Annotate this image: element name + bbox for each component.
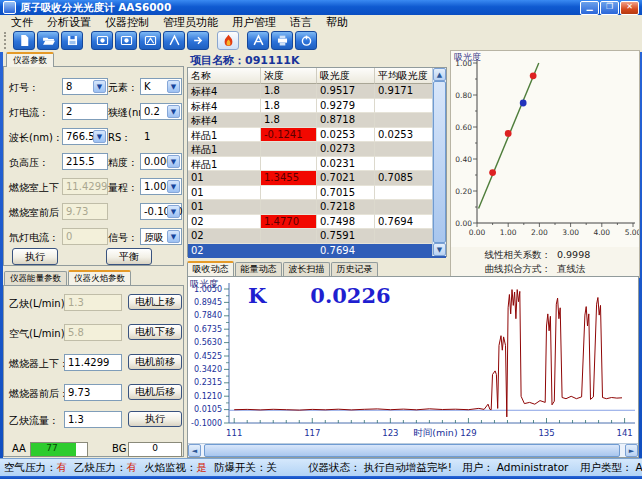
dynamics-horizontal-scrollbar[interactable]: ◄► xyxy=(188,443,638,457)
cell-avg-absorbance: 0.7694 xyxy=(375,215,433,230)
power-button[interactable] xyxy=(295,31,317,50)
svg-text:141: 141 xyxy=(616,428,632,438)
tab-flame-0[interactable]: 仪器能量参数 xyxy=(4,271,67,285)
table-row[interactable]: 样品1-0.12410.02530.0253 xyxy=(188,128,446,143)
menu-item-6[interactable]: 帮助 xyxy=(319,15,355,30)
maximize-button[interactable]: ❐ xyxy=(600,1,619,15)
svg-text:0.4525: 0.4525 xyxy=(194,352,222,361)
tab-dynamics-0[interactable]: 吸收动态 xyxy=(187,261,234,276)
menu-item-4[interactable]: 用户管理 xyxy=(225,15,283,30)
range-low-select[interactable]: -0.1000▼ xyxy=(140,203,182,220)
motor-down-button[interactable]: 电机下移 xyxy=(128,324,182,340)
precision-select[interactable]: 0.0000▼ xyxy=(140,153,182,170)
execute-button[interactable]: 执行 xyxy=(12,248,58,265)
open-file-button[interactable] xyxy=(37,31,59,50)
tab-dynamics-2[interactable]: 波长扫描 xyxy=(283,262,330,276)
scroll-thumb[interactable] xyxy=(204,444,620,457)
table-row[interactable]: 样品10.0273 xyxy=(188,142,446,157)
status-item-label: 防爆开关： xyxy=(214,461,267,473)
menu-item-2[interactable]: 仪器控制 xyxy=(98,15,156,30)
balance-button[interactable]: 平衡 xyxy=(106,248,152,265)
acetylene-flow-field[interactable]: 1.3 xyxy=(64,411,122,428)
slit-select[interactable]: 0.2▼ xyxy=(140,103,182,120)
lamp-no-select[interactable]: 8▼ xyxy=(62,78,108,95)
motor-backward-button[interactable]: 电机后移 xyxy=(128,384,182,400)
hollow-cathode-lamp-button[interactable] xyxy=(91,31,113,50)
ignite-flame-button[interactable] xyxy=(217,31,239,50)
wavelength-scan-button[interactable] xyxy=(163,31,185,50)
menu-item-1[interactable]: 分析设置 xyxy=(40,15,98,30)
chevron-down-icon[interactable]: ▼ xyxy=(167,205,180,218)
d2-lamp-current-label: 氘灯电流： xyxy=(9,231,59,245)
table-row[interactable]: 标样41.80.8718 xyxy=(188,113,446,128)
motor-forward-button[interactable]: 电机前移 xyxy=(128,354,182,370)
close-button[interactable]: ✕ xyxy=(620,1,639,15)
column-header-3[interactable]: 平均吸光度 xyxy=(375,68,433,84)
scroll-up-arrow[interactable]: ▲ xyxy=(433,68,446,81)
aa-energy-bar: 77 xyxy=(30,442,88,457)
table-row[interactable]: 010.7015 xyxy=(188,186,446,201)
flame-execute-button[interactable]: 执行 xyxy=(128,411,182,427)
table-row[interactable]: 标样41.80.95170.9171 xyxy=(188,84,446,99)
deuterium-lamp-button[interactable] xyxy=(115,31,137,50)
burner-updown-field[interactable]: 11.4299 xyxy=(64,354,122,371)
auto-gain-button[interactable] xyxy=(187,31,209,50)
burner-frontback-field[interactable]: 9.73 xyxy=(64,384,122,401)
hollow-cathode-lamp-icon xyxy=(96,34,109,47)
chevron-down-icon[interactable]: ▼ xyxy=(167,155,180,168)
table-row[interactable]: 021.47700.74980.7694 xyxy=(188,215,446,230)
wavelength-value: 766.5 xyxy=(66,131,95,142)
column-header-2[interactable]: 吸光度 xyxy=(317,68,375,84)
chevron-down-icon[interactable]: ▼ xyxy=(167,180,180,193)
cell-concentration xyxy=(261,186,317,201)
svg-text:时间(min): 时间(min) xyxy=(413,427,457,438)
table-row[interactable]: 010.7218 xyxy=(188,200,446,215)
chevron-down-icon[interactable]: ▼ xyxy=(167,230,180,243)
table-row[interactable]: 020.7591 xyxy=(188,229,446,244)
table-row[interactable]: 011.34550.70210.7085 xyxy=(188,171,446,186)
tab-flame-1[interactable]: 仪器火焰参数 xyxy=(68,270,131,285)
energy-meter-button[interactable] xyxy=(139,31,161,50)
lamp-current-field[interactable]: 2 xyxy=(62,103,108,120)
wavelength-select[interactable]: 766.5▼ xyxy=(62,128,108,145)
scroll-down-arrow[interactable]: ▼ xyxy=(433,243,446,256)
range-high-select[interactable]: 1.0050▼ xyxy=(140,178,182,195)
chevron-down-icon[interactable]: ▼ xyxy=(167,80,180,93)
column-header-0[interactable]: 名称 xyxy=(188,68,261,84)
tab-dynamics-1[interactable]: 能量动态 xyxy=(235,262,282,276)
cell-avg-absorbance xyxy=(375,99,433,114)
cell-avg-absorbance xyxy=(375,142,433,157)
table-row[interactable]: 020.7694 xyxy=(188,244,446,259)
tab-instrument-params[interactable]: 仪器参数 xyxy=(6,52,54,67)
ignite-flame-icon xyxy=(222,34,235,47)
menu-item-3[interactable]: 管理员功能 xyxy=(156,15,225,30)
scroll-left-arrow[interactable]: ◄ xyxy=(188,444,201,457)
cell-concentration: 1.8 xyxy=(261,84,317,99)
table-row[interactable]: 标样41.80.9279 xyxy=(188,99,446,114)
negative-high-voltage-field[interactable]: 215.5 xyxy=(62,153,108,170)
table-row[interactable]: 样品10.0231 xyxy=(188,157,446,172)
column-header-1[interactable]: 浓度 xyxy=(261,68,317,84)
table-vertical-scrollbar[interactable]: ▲▼ xyxy=(432,68,446,256)
chevron-down-icon[interactable]: ▼ xyxy=(93,80,106,93)
autosampler-icon xyxy=(252,34,265,47)
scroll-right-arrow[interactable]: ► xyxy=(625,444,638,457)
element-select[interactable]: K▼ xyxy=(140,78,182,95)
chevron-down-icon[interactable]: ▼ xyxy=(167,105,180,118)
status-item-value: 有 xyxy=(127,461,138,473)
save-icon xyxy=(66,34,79,47)
save-button[interactable] xyxy=(61,31,83,50)
menu-item-0[interactable]: 文件 xyxy=(4,15,40,30)
printer-button[interactable] xyxy=(271,31,293,50)
minimize-button[interactable]: ▁ xyxy=(580,1,599,15)
project-name: 091111K xyxy=(245,54,299,67)
scroll-thumb[interactable] xyxy=(433,81,446,243)
signal-mode-select[interactable]: 原吸▼ xyxy=(140,228,182,245)
motor-up-button[interactable]: 电机上移 xyxy=(128,294,182,310)
autosampler-button[interactable] xyxy=(247,31,269,50)
tab-dynamics-3[interactable]: 历史记录 xyxy=(331,262,378,276)
status-bar: 空气压力：有乙炔压力：有火焰监视：是防爆开关：关 仪器状态： 执行自动增益完毕!… xyxy=(0,458,642,476)
chevron-down-icon[interactable]: ▼ xyxy=(93,130,106,143)
new-file-button[interactable] xyxy=(13,31,35,50)
menu-item-5[interactable]: 语言 xyxy=(283,15,319,30)
